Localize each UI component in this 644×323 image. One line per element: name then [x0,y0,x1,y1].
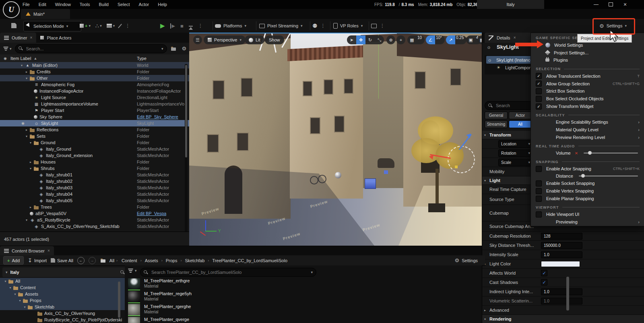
affects-world-checkbox[interactable]: ✓ [541,270,547,276]
asset-search-input[interactable] [151,269,308,275]
scale-snap-value[interactable]: 0.25 [455,35,466,44]
select-tool[interactable]: ➤ [347,35,356,44]
breadcrumb-item[interactable]: ›Assets [140,258,158,263]
menu-item-allow-translucent[interactable]: ✓Allow Translucent SelectionT [531,72,644,80]
menu-item[interactable]: Edit [39,2,46,7]
outliner-row[interactable]: ◉ ▸ Credits Folder [0,68,189,75]
scale-tool[interactable]: ⤡ [375,35,384,44]
rotate-tool[interactable]: ↻ [365,35,375,44]
perspective-dropdown[interactable]: Perspective▾ [204,35,246,44]
virtual-camera-kebab[interactable]: ⋮ [380,23,385,29]
blueprints-button[interactable]: ∴▾ [95,23,102,29]
close-icon[interactable]: × [30,35,33,40]
caret-icon[interactable]: ▾ [24,135,29,138]
caret-icon[interactable]: ▾ [24,77,29,80]
import-button[interactable]: ↧Import [28,257,47,263]
outliner-row[interactable]: ◉ ▾ Ground Folder [0,139,189,146]
caret-icon[interactable]: ▾ [23,305,27,309]
asset-row[interactable]: M_TreePlanter_rgergheMaterial [128,304,485,316]
checkbox-checked[interactable]: ✓ [536,81,542,87]
details-scrollbar[interactable] [566,277,569,311]
caret-icon[interactable]: ▸ [28,160,33,164]
checkbox-checked[interactable]: ✓ [536,104,542,110]
caret-icon[interactable]: ▾ [24,218,29,222]
folder-tree-row[interactable]: Axis_CC_by_OliverYeung [0,310,125,317]
outliner-row[interactable]: ◉ ▸ Reflections Folder [0,126,189,133]
menu-item-box-select-occluded[interactable]: Box Select Occluded Objects [531,95,644,103]
tab-outliner[interactable]: Outliner× [0,33,36,43]
outliner-row[interactable]: ◉ ▾ Other Folder [0,75,189,81]
sources-collection-header[interactable]: ▾ Italy [2,267,128,277]
folder-tree-row[interactable]: ▾ All [0,278,125,284]
lit-dropdown[interactable]: Lit [245,35,264,44]
folder-tree-row[interactable]: RustyBicycle_CC_by_PiotrPjotDyderski [0,317,125,323]
breadcrumb-root[interactable]: All› [100,258,118,263]
caret-icon[interactable]: ▾ [3,280,8,283]
menu-item-enable-socket-snapping[interactable]: Enable Socket Snapping [531,180,644,187]
outliner-row[interactable]: ◉ ▸ Houses Folder [0,159,189,165]
caret-icon[interactable]: ▸ [28,205,33,209]
breadcrumb-item[interactable]: ›Sketchfab [180,258,204,263]
outliner-row[interactable]: ◉ S_Axis_CC_by_OliverYeung_Sketchfab Sta… [0,223,189,230]
chevron-down-icon[interactable]: ▾ [311,270,313,274]
checkbox-unchecked[interactable] [536,180,542,186]
close-button[interactable]: × [619,0,631,9]
close-icon[interactable]: × [47,248,50,253]
menu-item-strict-box[interactable]: Strict Box Selection [531,87,644,95]
outliner-row[interactable]: ◉ ▾ aS_RustyBicycle StaticMeshActor [0,217,189,223]
cubemap-resolution-input[interactable]: 128 [541,233,582,240]
outliner-row[interactable]: ◉ Sky Sphere Edit BP_Sky_Sphere [0,114,189,120]
checkbox-unchecked[interactable] [536,196,542,202]
outliner-row[interactable]: ◉ Light Source DirectionalLight [0,94,189,101]
surface-snapping-button[interactable]: + [396,35,405,44]
menu-item-previewing[interactable]: Previewing› [531,218,644,226]
outliner-row[interactable]: ◉ Italy_Ground_extension StaticMeshActor [0,152,189,159]
multi-user-icon[interactable]: ⚉ [312,23,318,29]
minimize-button[interactable]: — [590,0,602,9]
folder-tree-row[interactable]: ▾ Props [0,297,125,304]
breadcrumb-item[interactable]: ›TreePlanter_CC_by_LordSamueliSolo [208,258,287,263]
tab-content-browser[interactable]: Content Browser× [0,246,54,255]
menu-item-allow-group[interactable]: ✓Allow Group SelectionCTRL+SHIFT+G [531,80,644,87]
indirect-lighting-input[interactable]: 1.0 [541,288,582,295]
play-options-kebab[interactable]: ⋮ [198,23,203,29]
scale-snap-icon[interactable]: ↗ [446,35,455,44]
menu-item-plugins[interactable]: Plugins [531,56,644,64]
checkbox-unchecked[interactable] [536,96,542,102]
menu-item-enable-vertex-snapping[interactable]: Enable Vertex Snapping [531,187,644,195]
menu-item-project-settings[interactable]: Project Settings... [531,49,644,56]
caret-icon[interactable]: ▾ [18,299,22,302]
menu-item[interactable]: Window [55,2,71,7]
content-browser-settings-button[interactable]: ⚙Settings [455,255,478,265]
outliner-settings-gear-icon[interactable]: ⚙ [182,46,187,52]
save-button[interactable] [11,23,17,28]
eject-button[interactable] [189,23,193,28]
volume-slider[interactable] [584,153,638,153]
viewport-options-button[interactable]: ☰ [193,35,202,44]
volumetric-scattering-input[interactable]: 1.0 [541,298,582,304]
asset-row[interactable]: M_TreePlanter_rege5yhMaterial [128,291,485,303]
play-button[interactable]: ▶ [160,22,165,29]
filter-streaming-button[interactable]: Streaming [485,120,508,128]
menu-item[interactable]: Help [158,2,167,7]
intensity-scale-input[interactable]: 1.0 [541,251,582,258]
asset-row[interactable]: M_TreePlanter_qvergeMaterial [128,317,485,323]
world-coordinate-button[interactable]: ⊕ [386,35,395,44]
add-button[interactable]: +Add [3,256,24,265]
rotation-snap-icon[interactable]: ∠ [426,35,435,44]
menu-item[interactable]: Build [99,2,109,7]
folder-tree-row[interactable]: ▾ Content [0,284,125,291]
forward-button[interactable]: → [89,257,96,264]
virtual-camera-icon[interactable] [371,24,377,28]
chevron-down-icon[interactable]: ▾ [161,47,163,51]
tab-place-actors[interactable]: Place Actors [36,33,75,43]
outliner-row[interactable]: ◉ InstancedFoliageActor InstancedFoliage… [0,88,189,94]
asset-row[interactable]: M_TreePlanter_erthgreMaterial [128,278,485,290]
outliner-search-input[interactable] [25,46,159,52]
outliner-row[interactable]: ◉ ▾ Main (Editor) World [0,62,189,68]
caret-icon[interactable]: ▾ [8,286,12,290]
section-rendering[interactable]: ▾Rendering [482,315,644,323]
outliner-row[interactable]: ◉ aBP_Vespa50V Edit BP_Vespa [0,210,189,217]
search-icon[interactable] [120,270,125,275]
menu-item[interactable]: Tools [80,2,90,7]
